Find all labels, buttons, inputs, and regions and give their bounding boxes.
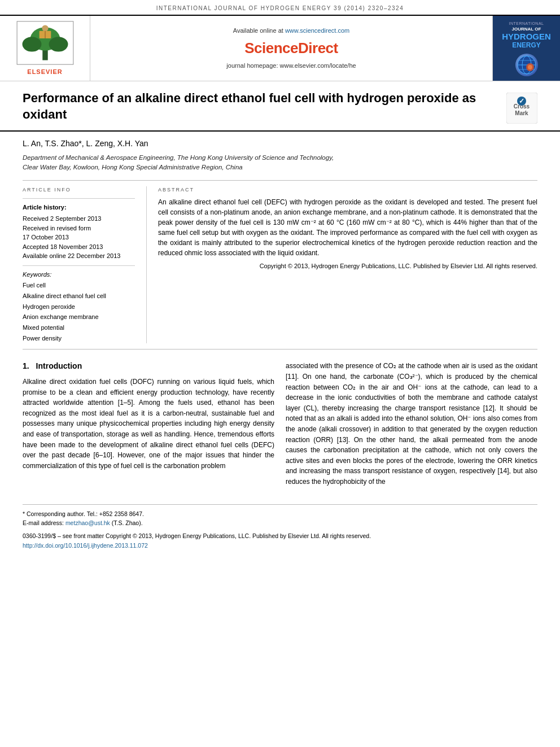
copyright-text: Copyright © 2013, Hydrogen Energy Public… [158,261,537,271]
doi-text: http://dx.doi.org/10.1016/j.ijhydene.201… [23,541,537,551]
introduction-paragraph1: Alkaline direct oxidation fuel cells (DO… [23,377,274,471]
bottom-bar: 0360-3199/$ – see front matter Copyright… [23,531,537,551]
elsevier-tree-icon [14,20,76,65]
paper-title-section: Performance of an alkaline direct ethano… [0,81,560,132]
sciencedirect-url[interactable]: www.sciencedirect.com [285,27,349,34]
email-note: E-mail address: metzhao@ust.hk (T.S. Zha… [23,518,537,528]
elsevier-label: ELSEVIER [27,68,62,76]
keyword-2: Alkaline direct ethanol fuel cell [23,291,135,302]
he-globe-icon [515,54,538,76]
he-hydrogen-text: HYDROGEN [502,32,551,41]
journal-title-text: INTERNATIONAL JOURNAL OF HYDROGEN ENERGY… [156,5,404,11]
affiliation: Department of Mechanical & Aerospace Eng… [23,153,537,173]
issn-text: 0360-3199/$ – see front matter Copyright… [23,531,537,541]
article-info-panel: ARTICLE INFO Article history: Received 2… [23,186,147,343]
authors-line: L. An, T.S. Zhao*, L. Zeng, X.H. Yan [23,138,537,150]
received-date: Received 2 September 2013 [23,214,135,224]
svg-point-15 [528,65,532,69]
keywords-label: Keywords: [23,270,135,279]
history-label: Article history: [23,203,135,212]
he-international-text: INTERNATIONAL [509,21,544,27]
footnote-area: * Corresponding author. Tel.: +852 2358 … [23,504,537,528]
email-link[interactable]: metzhao@ust.hk [65,519,110,526]
introduction-paragraph2: associated with the presence of CO₂ at t… [286,361,537,487]
abstract-label: ABSTRACT [158,186,537,194]
keyword-4: Anion exchange membrane [23,312,135,322]
keyword-5: Mixed potential [23,322,135,333]
hydrogen-energy-logo: INTERNATIONAL JOURNAL OF HYDROGEN ENERGY [492,16,560,81]
abstract-text: An alkaline direct ethanol fuel cell (DE… [158,197,537,271]
keyword-1: Fuel cell [23,280,135,291]
paper-title: Performance of an alkaline direct ethano… [23,90,506,123]
available-online-text: Available online at www.sciencedirect.co… [233,27,349,35]
accepted-date: Accepted 18 November 2013 [23,242,135,252]
crossmark-icon[interactable]: Cross Mark ✓ [506,93,537,124]
authors-section: L. An, T.S. Zhao*, L. Zeng, X.H. Yan Dep… [0,132,560,174]
elsevier-logo: ELSEVIER [0,16,90,81]
available-date: Available online 22 December 2013 [23,251,135,261]
right-column: associated with the presence of CO₂ at t… [286,361,537,487]
logo-bar: ELSEVIER Available online at www.science… [0,15,560,81]
keyword-6: Power density [23,333,135,344]
svg-rect-1 [42,50,47,60]
left-column: 1. Introduction Alkaline direct oxidatio… [23,361,274,487]
abstract-panel: ABSTRACT An alkaline direct ethanol fuel… [147,186,537,343]
received-revised-label: Received in revised form [23,224,135,233]
introduction-heading: 1. Introduction [23,361,274,372]
journal-header: INTERNATIONAL JOURNAL OF HYDROGEN ENERGY… [0,0,560,15]
svg-text:Mark: Mark [515,110,528,116]
article-info-label: ARTICLE INFO [23,186,135,194]
he-energy-text: ENERGY [512,41,541,50]
corresponding-author-note: * Corresponding author. Tel.: +852 2358 … [23,509,537,519]
sciencedirect-logo-text: ScienceDirect [244,38,338,58]
svg-point-3 [22,37,41,51]
received-revised-date: 17 October 2013 [23,233,135,242]
article-info-abstract: ARTICLE INFO Article history: Received 2… [23,180,537,350]
keyword-3: Hydrogen peroxide [23,302,135,312]
doi-link[interactable]: http://dx.doi.org/10.1016/j.ijhydene.201… [23,542,148,549]
sciencedirect-center: Available online at www.sciencedirect.co… [90,16,492,81]
svg-point-5 [42,25,48,31]
journal-homepage-text: journal homepage: www.elsevier.com/locat… [226,62,356,70]
svg-point-4 [49,37,68,51]
main-content: 1. Introduction Alkaline direct oxidatio… [23,361,537,487]
svg-text:✓: ✓ [519,97,524,105]
